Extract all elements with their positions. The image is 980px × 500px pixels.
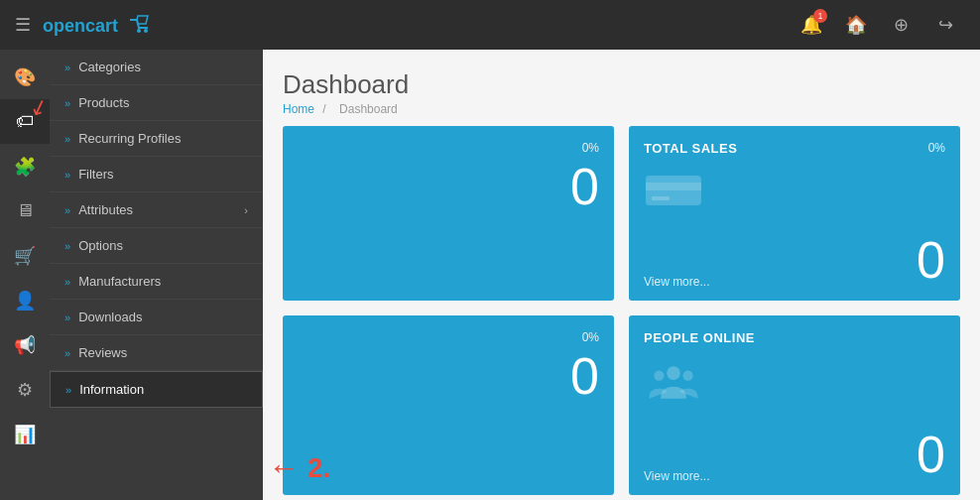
- top-navbar: ☰ opencart 🔔 1 🏠 ⊕ ↪: [0, 0, 980, 50]
- sidebar-item-system[interactable]: ⚙: [0, 367, 50, 412]
- card-customers: 0% 0: [283, 315, 614, 495]
- menu-item-reviews[interactable]: » Reviews: [50, 335, 263, 371]
- sidebar-item-marketing[interactable]: 📢: [0, 322, 50, 367]
- sidebar-item-customers[interactable]: 👤: [0, 278, 50, 322]
- chevron-icon: »: [64, 240, 70, 252]
- breadcrumb-current: Dashboard: [339, 102, 398, 116]
- breadcrumb-home[interactable]: Home: [283, 102, 314, 116]
- svg-point-7: [654, 371, 664, 381]
- menu-item-label: Filters: [78, 167, 113, 182]
- chevron-icon: »: [64, 62, 70, 73]
- menu-item-recurring-profiles[interactable]: » Recurring Profiles: [50, 121, 263, 157]
- menu-item-options[interactable]: » Options: [50, 228, 263, 264]
- breadcrumb-separator: /: [322, 102, 325, 116]
- chevron-icon: »: [64, 347, 70, 359]
- breadcrumb: Home / Dashboard: [283, 102, 960, 116]
- cards-row-2: 0% 0 PEOPLE ONLINE 0 View more: [283, 315, 960, 495]
- sidebar-item-design[interactable]: 🖥: [0, 188, 50, 233]
- svg-point-6: [667, 366, 680, 380]
- card-value: 0: [298, 350, 599, 402]
- submenu-arrow-icon: ›: [244, 204, 248, 216]
- sidebar-item-sales[interactable]: 🛒: [0, 233, 50, 278]
- view-more-sales-link[interactable]: View more...: [644, 275, 709, 289]
- opencart-logo: opencart: [43, 12, 152, 38]
- menu-item-manufacturers[interactable]: » Manufacturers: [50, 264, 263, 300]
- sidebar-item-extensions[interactable]: 🧩: [0, 144, 50, 188]
- brand-logo: opencart: [43, 12, 152, 38]
- notification-button[interactable]: 🔔 1: [792, 5, 831, 45]
- svg-point-2: [144, 29, 148, 33]
- svg-rect-5: [652, 196, 670, 200]
- menu-item-label: Downloads: [78, 310, 142, 324]
- view-more-people-link[interactable]: View more...: [644, 469, 709, 483]
- menu-item-products[interactable]: » Products: [50, 85, 263, 121]
- svg-rect-4: [646, 183, 701, 190]
- card-label: PEOPLE ONLINE: [644, 330, 945, 345]
- sidebar-item-reports[interactable]: 📊: [0, 412, 50, 456]
- menu-item-downloads[interactable]: » Downloads: [50, 300, 263, 335]
- svg-point-8: [682, 371, 692, 381]
- chevron-icon: »: [64, 204, 70, 216]
- chevron-icon: »: [64, 312, 70, 323]
- card-total-sales: TOTAL SALES 0% 0 View more...: [629, 126, 960, 301]
- menu-item-label: Manufacturers: [78, 274, 161, 289]
- navbar-right: 🔔 1 🏠 ⊕ ↪: [792, 5, 965, 45]
- menu-item-label: Categories: [78, 60, 141, 74]
- card-percentage: 0%: [582, 330, 599, 344]
- catalog-dropdown-menu: » Categories » Products » Recurring Prof…: [50, 50, 263, 500]
- card-people-online: PEOPLE ONLINE 0 View more...: [629, 315, 960, 495]
- svg-point-1: [137, 29, 141, 33]
- menu-item-label: Information: [79, 382, 144, 397]
- support-button[interactable]: ⊕: [881, 5, 920, 45]
- page-title: Dashboard: [283, 69, 960, 100]
- home-button[interactable]: 🏠: [836, 5, 876, 45]
- menu-item-label: Products: [78, 95, 129, 110]
- card-total-orders: 0% 0: [283, 126, 614, 301]
- left-arrow-annotation: ←: [268, 449, 300, 486]
- cards-row-1: 0% 0 TOTAL SALES 0% 0 View more...: [283, 126, 960, 301]
- card-percentage: 0%: [928, 141, 945, 155]
- people-icon: [644, 360, 945, 409]
- annotation-number: 2.: [307, 452, 330, 484]
- chevron-icon: »: [64, 133, 70, 145]
- menu-item-label: Recurring Profiles: [78, 131, 181, 146]
- menu-item-filters[interactable]: » Filters: [50, 157, 263, 192]
- menu-item-categories[interactable]: » Categories: [50, 50, 263, 85]
- main-content: Dashboard Home / Dashboard 0% 0 TOTAL SA…: [263, 50, 980, 500]
- navbar-brand: ☰ opencart: [15, 12, 152, 38]
- page-header: Dashboard Home / Dashboard: [283, 69, 960, 116]
- chevron-icon: »: [65, 384, 71, 396]
- logout-button[interactable]: ↪: [925, 5, 965, 45]
- menu-item-label: Reviews: [78, 345, 127, 360]
- hamburger-icon[interactable]: ☰: [15, 14, 31, 36]
- card-label: TOTAL SALES: [644, 141, 945, 156]
- menu-item-label: Options: [78, 238, 123, 253]
- annotation-arrow-area: ← 2.: [268, 449, 330, 486]
- menu-item-information[interactable]: » Information: [50, 371, 263, 408]
- svg-text:opencart: opencart: [43, 16, 118, 36]
- menu-item-label: Attributes: [78, 202, 133, 217]
- notification-badge: 1: [813, 9, 827, 23]
- chevron-icon: »: [64, 276, 70, 288]
- credit-card-icon: [644, 171, 945, 214]
- chevron-icon: »: [64, 97, 70, 109]
- chevron-icon: »: [64, 169, 70, 181]
- card-percentage: 0%: [582, 141, 599, 155]
- menu-item-attributes[interactable]: » Attributes ›: [50, 192, 263, 228]
- card-value: 0: [298, 161, 599, 212]
